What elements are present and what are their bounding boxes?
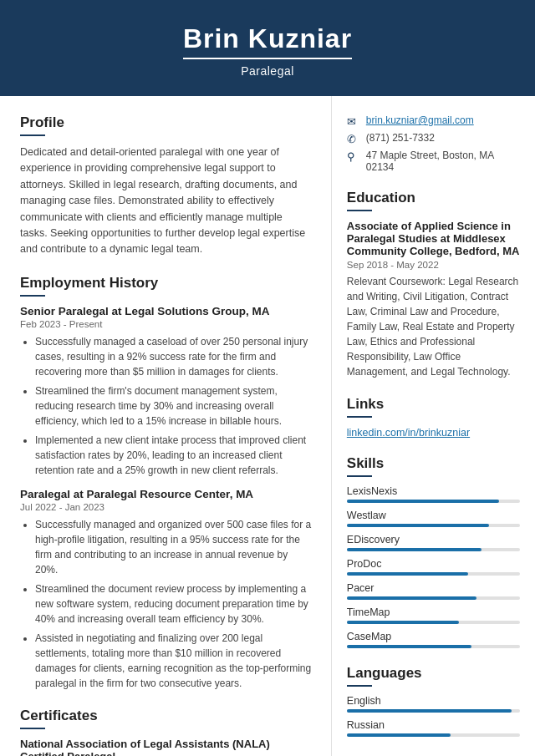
contact-email-link[interactable]: brin.kuzniar@gmail.com	[366, 114, 474, 126]
education-dates: Sep 2018 - May 2022	[347, 260, 520, 270]
resume-header: Brin Kuzniar Paralegal	[0, 0, 535, 96]
job-bullets-2: Successfully managed and organized over …	[20, 517, 313, 691]
links-title: Links	[347, 396, 520, 413]
right-column: ✉ brin.kuzniar@gmail.com ✆ (871) 251-733…	[332, 96, 535, 756]
job-bullet-1-1: Successfully managed a caseload of over …	[35, 334, 313, 379]
skill-name: EDiscovery	[347, 534, 520, 545]
skill-name: CaseMap	[347, 631, 520, 642]
certificates-divider	[20, 728, 45, 729]
language-name: Russian	[347, 719, 520, 731]
contact-phone: (871) 251-7332	[366, 132, 435, 144]
profile-section: Profile Dedicated and detail-oriented pa…	[20, 114, 313, 258]
skill-bar-background	[347, 548, 520, 551]
resume-content: Profile Dedicated and detail-oriented pa…	[0, 96, 535, 756]
employment-section: Employment History Senior Paralegal at L…	[20, 275, 313, 691]
skill-bar-background	[347, 596, 520, 600]
skill-item: ProDoc	[347, 558, 520, 576]
skills-list: LexisNexis Westlaw EDiscovery ProDoc Pac…	[347, 485, 520, 648]
education-degree: Associate of Applied Science in Paralega…	[347, 220, 520, 257]
skills-section: Skills LexisNexis Westlaw EDiscovery Pro…	[347, 455, 520, 648]
employment-title: Employment History	[20, 275, 313, 292]
location-icon: ⚲	[347, 150, 360, 163]
skill-bar-background	[347, 524, 520, 527]
language-item: English	[347, 695, 520, 713]
job-bullet-1-3: Implemented a new client intake process …	[35, 433, 313, 478]
language-bar-fill	[347, 733, 451, 737]
profile-text: Dedicated and detail-oriented paralegal …	[20, 145, 313, 258]
profile-title: Profile	[20, 114, 313, 131]
job-bullet-1-2: Streamlined the firm's document manageme…	[35, 383, 313, 429]
job-bullet-2-1: Successfully managed and organized over …	[35, 517, 313, 577]
skill-name: Pacer	[347, 582, 520, 594]
skill-bar-background	[347, 572, 520, 576]
job-title-2: Paralegal at Paralegal Resource Center, …	[20, 488, 313, 500]
phone-icon: ✆	[347, 133, 360, 145]
skill-bar-fill	[347, 548, 482, 551]
education-coursework: Relevant Coursework: Legal Research and …	[347, 274, 520, 379]
skills-title: Skills	[347, 455, 520, 472]
linkedin-link[interactable]: linkedin.com/in/brinkuzniar	[347, 427, 470, 439]
skill-item: Pacer	[347, 582, 520, 600]
language-bar-background	[347, 733, 520, 737]
cert-item-1: National Association of Legal Assistants…	[20, 738, 313, 756]
certificates-title: Certificates	[20, 708, 313, 724]
job-bullet-2-2: Streamlined the document review process …	[35, 581, 313, 627]
job-bullet-2-3: Assisted in negotiating and finalizing o…	[35, 631, 313, 691]
job-item-2: Paralegal at Paralegal Resource Center, …	[20, 488, 313, 691]
contact-address-item: ⚲ 47 Maple Street, Boston, MA 02134	[347, 150, 520, 173]
candidate-name: Brin Kuzniar	[183, 23, 352, 59]
language-bar-background	[347, 709, 520, 713]
skill-bar-fill	[347, 500, 499, 503]
education-section: Education Associate of Applied Science i…	[347, 190, 520, 379]
education-title: Education	[347, 190, 520, 206]
language-name: English	[347, 695, 520, 707]
skill-bar-fill	[347, 596, 476, 600]
education-divider	[347, 210, 372, 211]
languages-title: Languages	[347, 665, 520, 682]
skill-name: ProDoc	[347, 558, 520, 570]
email-icon: ✉	[347, 115, 360, 128]
skill-name: Westlaw	[347, 510, 520, 521]
job-dates-1: Feb 2023 - Present	[20, 319, 313, 329]
skill-bar-fill	[347, 572, 468, 576]
languages-section: Languages English Russian	[347, 665, 520, 737]
skill-bar-background	[347, 621, 520, 624]
job-bullets-1: Successfully managed a caseload of over …	[20, 334, 313, 478]
links-divider	[347, 416, 372, 418]
links-section: Links linkedin.com/in/brinkuzniar	[347, 396, 520, 439]
skill-item: CaseMap	[347, 631, 520, 648]
contact-address: 47 Maple Street, Boston, MA 02134	[366, 150, 520, 173]
skill-bar-fill	[347, 621, 460, 624]
skill-bar-background	[347, 645, 520, 648]
profile-divider	[20, 134, 45, 136]
skill-bar-background	[347, 500, 520, 503]
skill-item: TimeMap	[347, 606, 520, 624]
job-dates-2: Jul 2022 - Jan 2023	[20, 502, 313, 512]
skill-bar-fill	[347, 645, 471, 648]
skill-item: Westlaw	[347, 510, 520, 527]
certificates-section: Certificates National Association of Leg…	[20, 708, 313, 756]
skills-divider	[347, 475, 372, 477]
contact-phone-item: ✆ (871) 251-7332	[347, 132, 520, 145]
skill-item: EDiscovery	[347, 534, 520, 551]
language-item: Russian	[347, 719, 520, 737]
skill-name: LexisNexis	[347, 485, 520, 497]
employment-divider	[20, 295, 45, 297]
contact-section: ✉ brin.kuzniar@gmail.com ✆ (871) 251-733…	[347, 114, 520, 173]
job-title-1: Senior Paralegal at Legal Solutions Grou…	[20, 305, 313, 317]
languages-list: English Russian	[347, 695, 520, 737]
skill-bar-fill	[347, 524, 489, 527]
skill-name: TimeMap	[347, 606, 520, 618]
left-column: Profile Dedicated and detail-oriented pa…	[0, 96, 332, 756]
cert-name-1: National Association of Legal Assistants…	[20, 738, 313, 756]
contact-email-item: ✉ brin.kuzniar@gmail.com	[347, 114, 520, 128]
candidate-title: Paralegal	[17, 64, 518, 78]
job-item-1: Senior Paralegal at Legal Solutions Grou…	[20, 305, 313, 478]
language-bar-fill	[347, 709, 512, 713]
languages-divider	[347, 685, 372, 687]
skill-item: LexisNexis	[347, 485, 520, 503]
